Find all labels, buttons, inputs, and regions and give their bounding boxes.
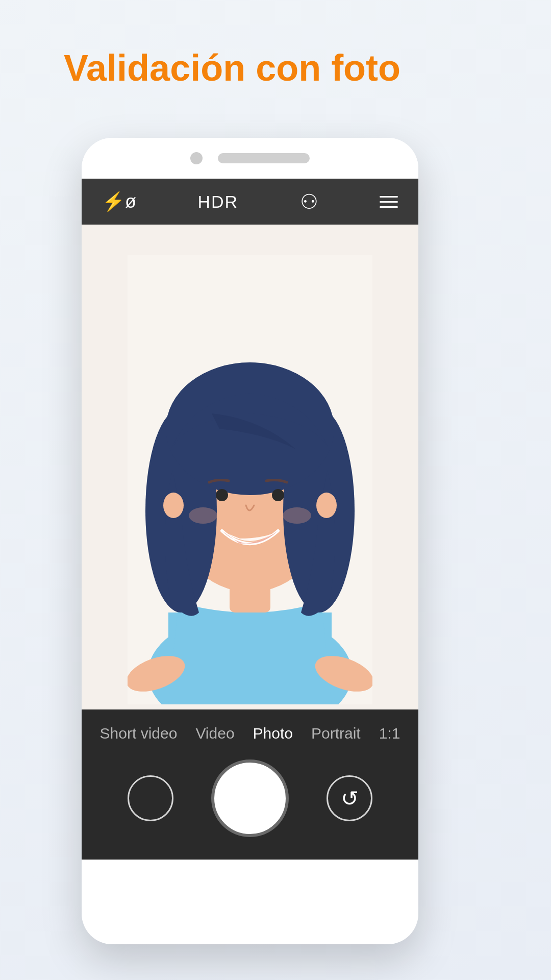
mode-portrait[interactable]: Portrait: [311, 725, 361, 742]
svg-point-9: [316, 493, 337, 518]
phone-camera-dot: [190, 152, 203, 164]
camera-controls: ↺: [82, 763, 418, 834]
camera-modes: Short video Video Photo Portrait 1:1: [100, 725, 400, 742]
phone-mockup: ⚡ø HDR ⚇: [82, 138, 418, 944]
mode-photo[interactable]: Photo: [253, 725, 293, 742]
svg-point-13: [283, 507, 311, 524]
svg-point-11: [272, 489, 284, 501]
svg-point-12: [189, 507, 217, 524]
mode-video[interactable]: Video: [195, 725, 234, 742]
camera-topbar: ⚡ø HDR ⚇: [82, 179, 418, 225]
phone-top-bar: [82, 138, 418, 179]
menu-icon[interactable]: [380, 196, 398, 208]
filter-icon[interactable]: ⚇: [300, 190, 318, 213]
phone-speaker: [218, 153, 310, 163]
flip-camera-icon: ↺: [341, 786, 359, 811]
gallery-button[interactable]: [128, 775, 173, 821]
svg-point-8: [163, 493, 184, 518]
shutter-button[interactable]: [214, 763, 286, 834]
mode-short-video[interactable]: Short video: [100, 725, 178, 742]
camera-bottombar: Short video Video Photo Portrait 1:1 ↺: [82, 709, 418, 860]
page-title: Validación con foto: [64, 46, 400, 90]
hdr-button[interactable]: HDR: [197, 192, 238, 212]
character-illustration: [128, 255, 372, 704]
mode-square[interactable]: 1:1: [379, 725, 400, 742]
flip-camera-button[interactable]: ↺: [327, 775, 372, 821]
svg-point-10: [216, 489, 228, 501]
camera-viewfinder: [82, 225, 418, 709]
flash-icon[interactable]: ⚡ø: [102, 192, 136, 211]
